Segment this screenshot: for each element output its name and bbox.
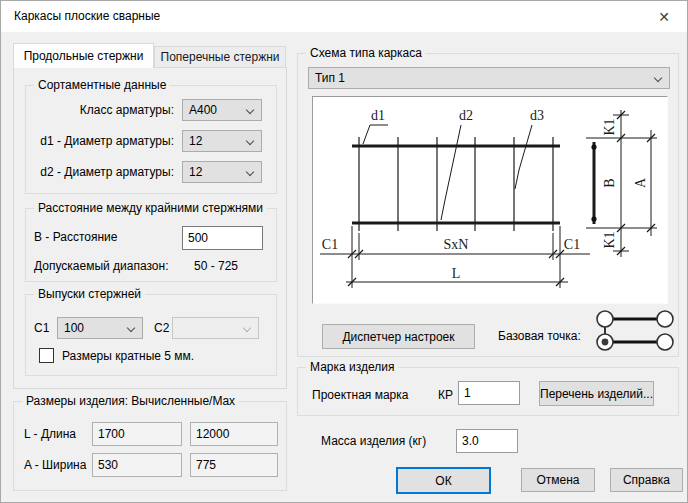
- b-distance-label: В - Расстояние: [34, 230, 117, 244]
- base-point-top-left-radio[interactable]: [597, 311, 613, 327]
- frame-schema-diagram: d1 d2 d3 C1 SxN C1 L K1 B K1 A: [318, 102, 662, 298]
- bar-dot-bottom: [591, 216, 596, 221]
- base-point-selected-dot: [602, 339, 609, 346]
- diagram-label-l: L: [452, 266, 461, 281]
- multiple-of-5mm-checkbox[interactable]: [39, 348, 54, 363]
- rebar-class-label: Класс арматуры:: [28, 103, 174, 117]
- width-label: A - Ширина: [24, 458, 86, 472]
- base-point-label: Базовая точка:: [498, 329, 581, 343]
- group-sortament-data: Сортаментные данные Класс арматуры: A400…: [25, 85, 277, 194]
- diagram-label-k1-top: K1: [602, 118, 617, 135]
- c1-label: C1: [34, 321, 49, 335]
- frame-type-value: Тип 1: [315, 71, 345, 85]
- chevron-down-icon: [246, 106, 254, 114]
- group-distance-title: Расстояние между крайними стержнями: [34, 201, 267, 215]
- diagram-label-d1: d1: [371, 108, 385, 123]
- product-list-button[interactable]: Перечень изделий...: [539, 381, 654, 406]
- mark-number-input[interactable]: [458, 381, 520, 405]
- rebar-class-value: A400: [189, 103, 217, 117]
- multiple-of-5mm-label: Размеры кратные 5 мм.: [62, 349, 194, 363]
- b-distance-input[interactable]: [182, 226, 263, 250]
- diagram-label-sxn: SxN: [444, 237, 469, 252]
- d1-diameter-label: d1 - Диаметр арматуры:: [28, 134, 174, 148]
- chevron-down-icon: [246, 137, 254, 145]
- chevron-down-icon: [246, 168, 254, 176]
- width-max-field: [190, 453, 278, 477]
- length-max-field: [190, 422, 278, 446]
- tab-longitudinal-bars[interactable]: Продольные стержни: [13, 43, 154, 68]
- c1-combobox[interactable]: 100: [57, 317, 143, 339]
- diagram-label-c1-right: C1: [564, 237, 580, 252]
- base-point-bottom-right-radio[interactable]: [657, 334, 673, 350]
- group-frame-schema: Схема типа каркаса Тип 1: [297, 53, 679, 357]
- group-sortament-title: Сортаментные данные: [34, 78, 170, 92]
- chevron-down-icon: [127, 324, 135, 332]
- diagram-label-a: A: [633, 177, 648, 188]
- titlebar: Каркасы плоские сварные ✕: [1, 1, 687, 32]
- c2-label: C2: [154, 321, 169, 335]
- d2-diameter-value: 12: [189, 165, 202, 179]
- close-icon[interactable]: ✕: [641, 1, 687, 32]
- group-outlets-title: Выпуски стержней: [34, 287, 145, 301]
- window-title: Каркасы плоские сварные: [14, 9, 160, 23]
- dialog-flat-welded-frames: Каркасы плоские сварные ✕ Продольные сте…: [0, 0, 688, 503]
- group-product-sizes-title: Размеры изделия: Вычисленные/Max: [22, 394, 239, 408]
- base-point-selector[interactable]: [594, 308, 676, 354]
- chevron-down-icon: [243, 324, 251, 332]
- diagram-label-d2: d2: [459, 108, 473, 123]
- group-product-sizes: Размеры изделия: Вычисленные/Max L - Дли…: [13, 401, 287, 491]
- d1-diameter-combobox[interactable]: 12: [182, 130, 262, 152]
- rebar-class-combobox[interactable]: A400: [182, 99, 262, 121]
- chevron-down-icon: [654, 74, 662, 82]
- settings-manager-button[interactable]: Диспетчер настроек: [322, 324, 475, 349]
- ok-button[interactable]: ОК: [396, 467, 491, 494]
- help-button[interactable]: Справка: [610, 468, 683, 492]
- cancel-button[interactable]: Отмена: [521, 468, 595, 492]
- group-frame-schema-title: Схема типа каркаса: [306, 46, 426, 60]
- diagram-label-c1-left: C1: [322, 237, 338, 252]
- d1-diameter-value: 12: [189, 134, 202, 148]
- allowed-range-label: Допускаемый диапазон:: [34, 259, 169, 273]
- group-outlets: Выпуски стержней C1 100 C2 Размеры кратн…: [25, 294, 277, 376]
- diagram-label-d3: d3: [530, 108, 544, 123]
- d2-diameter-label: d2 - Диаметр арматуры:: [28, 165, 174, 179]
- bar-dot-top: [591, 144, 596, 149]
- group-product-mark: Марка изделия Проектная марка КР Перечен…: [297, 367, 679, 416]
- product-mass-input[interactable]: [456, 429, 518, 453]
- diagram-label-b: B: [602, 178, 617, 187]
- mark-prefix-label: КР: [438, 388, 453, 402]
- product-mass-label: Масса изделия (кг): [321, 434, 426, 448]
- group-distance: Расстояние между крайними стержнями В - …: [25, 208, 277, 282]
- c2-combobox-disabled: [172, 317, 259, 339]
- width-computed-field: [92, 453, 182, 477]
- length-label: L - Длина: [24, 427, 76, 441]
- diagram-label-k1-bottom: K1: [602, 231, 617, 248]
- c1-value: 100: [64, 321, 84, 335]
- group-product-mark-title: Марка изделия: [306, 360, 398, 374]
- frame-type-combobox[interactable]: Тип 1: [308, 67, 670, 89]
- length-computed-field: [92, 422, 182, 446]
- schema-diagram-panel: d1 d2 d3 C1 SxN C1 L K1 B K1 A: [312, 96, 668, 304]
- d2-diameter-combobox[interactable]: 12: [182, 161, 262, 183]
- project-mark-label: Проектная марка: [312, 388, 408, 402]
- allowed-range-value: 50 - 725: [194, 259, 238, 273]
- tab-transverse-bars[interactable]: Поперечные стержни: [154, 46, 286, 68]
- base-point-top-right-radio[interactable]: [657, 311, 673, 327]
